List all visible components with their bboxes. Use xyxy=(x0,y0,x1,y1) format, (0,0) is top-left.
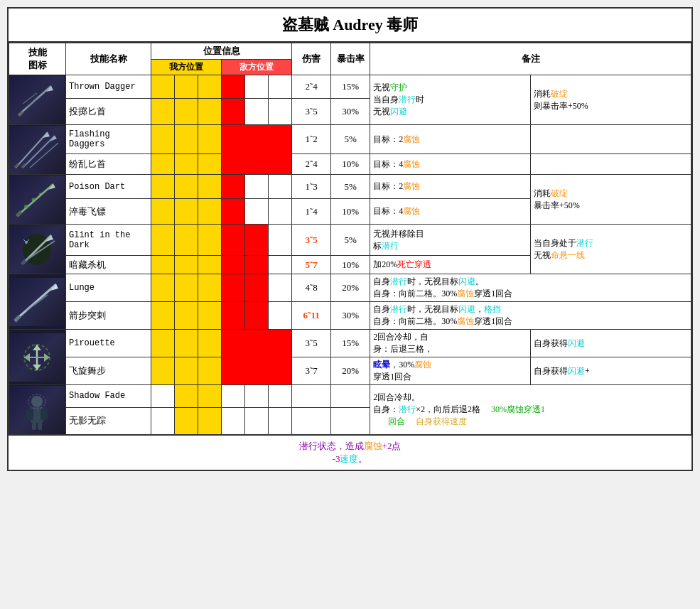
crit-fd-up: 10% xyxy=(331,154,370,175)
table-row: Flashing Daggers 群体 1˜2 5% 目标：2腐蚀 xyxy=(9,125,691,154)
pd-ally-2b xyxy=(175,199,198,225)
glint-enemy-1 xyxy=(222,225,245,256)
crit-pir-base: 15% xyxy=(331,330,370,357)
glint-ally-1 xyxy=(151,225,175,256)
table-row: Pirouette 群体 3˜5 15% 2回合冷却，自身：后退三格， 自身获得… xyxy=(9,330,691,357)
skill-en-glint: Glint in the Dark xyxy=(66,225,151,256)
pd-enemy-2 xyxy=(245,175,269,199)
lunge-ally-2b xyxy=(175,302,198,330)
lunge-ally-3b xyxy=(198,302,222,330)
header-notes: 备注 xyxy=(370,43,691,75)
damage-sf-base xyxy=(292,385,331,408)
damage-glint-up: 5˜7 xyxy=(292,256,331,274)
fd-enemy-group: 群体 xyxy=(222,125,292,175)
ally-pos-2b xyxy=(175,99,198,125)
damage-pd-up: 1˜4 xyxy=(292,199,331,225)
glint-ally-2b xyxy=(175,256,198,274)
glint-ally-1b xyxy=(151,256,175,274)
skill-icon-shadow-fade xyxy=(9,385,66,435)
note-fd-extra2 xyxy=(531,154,691,175)
header-crit: 暴击率 xyxy=(331,43,370,75)
note-glint-up: 加20%死亡穿透 xyxy=(370,256,531,274)
skill-icon-thrown-dagger xyxy=(9,75,66,125)
skill-icon-pirouette xyxy=(9,330,66,385)
pd-enemy-1b xyxy=(222,199,245,225)
note-pir-base: 2回合冷却，自身：后退三格， xyxy=(370,330,531,357)
svg-rect-41 xyxy=(41,409,48,420)
glint-enemy-3b xyxy=(269,256,292,274)
damage-fd-up: 2˜4 xyxy=(292,154,331,175)
ally-pos-3b xyxy=(198,99,222,125)
damage-glint-base: 3˜5 xyxy=(292,225,331,256)
enemy-pos-1 xyxy=(222,75,245,99)
skill-cn-flashing-daggers: 纷乱匕首 xyxy=(66,154,151,175)
damage-lunge-base: 4˜8 xyxy=(292,274,331,302)
subheader-enemy: 敌方位置 xyxy=(222,60,292,75)
note-pd-up: 目标：4腐蚀 xyxy=(370,199,531,225)
table-row: 箭步突刺 6˜11 30% 自身潜行时，无视目标闪避，格挡自身：向前二格。30%… xyxy=(9,302,691,330)
sf-ally-1b xyxy=(151,407,175,434)
lunge-enemy-2b xyxy=(245,302,269,330)
header-damage: 伤害 xyxy=(292,43,331,75)
glint-enemy-3 xyxy=(269,225,292,256)
svg-line-5 xyxy=(16,132,48,168)
enemy-pos-3b xyxy=(269,99,292,125)
note-fd-up: 目标：4腐蚀 xyxy=(370,154,531,175)
sf-ally-3 xyxy=(198,385,222,408)
fd-ally-3b xyxy=(198,154,222,175)
note-lunge-base: 自身潜行时，无视目标闪避。自身：向前二格。30%腐蚀穿透1回合 xyxy=(370,274,691,302)
table-row: Shadow Fade 2回合冷却。 自身：潜行×2，向后后退2格 30%腐蚀穿… xyxy=(9,385,691,408)
damage-fd-base: 1˜2 xyxy=(292,125,331,154)
svg-line-4 xyxy=(23,93,37,104)
table-row: Poison Dart 1˜3 5% 目标：2腐蚀 消耗破绽暴击率+50% xyxy=(9,175,691,199)
note-thrown-dagger-main: 无视守护当自身潜行时无视闪避 xyxy=(370,75,531,125)
crit-lunge-base: 20% xyxy=(331,274,370,302)
header-icon: 技能图标 xyxy=(9,43,66,75)
sf-enemy-2 xyxy=(245,385,269,408)
damage-pd-base: 1˜3 xyxy=(292,175,331,199)
svg-point-15 xyxy=(24,205,28,209)
svg-point-17 xyxy=(39,193,42,195)
crit-glint-up: 10% xyxy=(331,256,370,274)
enemy-pos-3 xyxy=(269,75,292,99)
svg-line-7 xyxy=(23,136,55,168)
fd-ally-2 xyxy=(175,125,198,154)
sf-enemy-3 xyxy=(269,385,292,408)
crit-thrown-dagger-base: 15% xyxy=(331,75,370,99)
fd-ally-1 xyxy=(151,125,175,154)
crit-pd-up: 10% xyxy=(331,199,370,225)
fd-ally-3 xyxy=(198,125,222,154)
lunge-ally-3 xyxy=(198,274,222,302)
crit-pir-up: 20% xyxy=(331,357,370,385)
fd-ally-2b xyxy=(175,154,198,175)
sf-enemy-1b xyxy=(222,407,245,434)
skill-cn-shadow-fade: 无影无踪 xyxy=(66,407,151,434)
pir-enemy-group: 群体 xyxy=(222,330,292,385)
sf-ally-2b xyxy=(175,407,198,434)
pd-enemy-1 xyxy=(222,175,245,199)
enemy-pos-2b xyxy=(245,99,269,125)
note-glint-extra: 当自身处于潜行无视命悬一线 xyxy=(531,225,691,274)
enemy-pos-2 xyxy=(245,75,269,99)
damage-thrown-dagger-up: 3˜5 xyxy=(292,99,331,125)
svg-line-26 xyxy=(16,284,56,320)
skill-icon-flashing-daggers xyxy=(9,125,66,175)
svg-rect-42 xyxy=(32,423,36,430)
crit-fd-base: 5% xyxy=(331,125,370,154)
pd-ally-1b xyxy=(151,199,175,225)
sf-enemy-3b xyxy=(269,407,292,434)
skill-cn-lunge: 箭步突刺 xyxy=(66,302,151,330)
lunge-ally-2 xyxy=(175,274,198,302)
glint-ally-2 xyxy=(175,225,198,256)
note-pd-base: 目标：2腐蚀 xyxy=(370,175,531,199)
subheader-ally: 我方位置 xyxy=(151,60,222,75)
pd-enemy-3 xyxy=(269,175,292,199)
table-row: Glint in the Dark 3˜5 5% 无视并移除目标潜行 当自身处于… xyxy=(9,225,691,256)
header-position: 位置信息 xyxy=(151,43,292,60)
table-row: 飞旋舞步 3˜7 20% 眩晕，30%腐蚀穿透1回合 自身获得闪避+ xyxy=(9,357,691,385)
pd-ally-3b xyxy=(198,199,222,225)
ally-pos-2 xyxy=(175,75,198,99)
skill-icon-poison-dart xyxy=(9,175,66,225)
lunge-enemy-3 xyxy=(269,274,292,302)
note-glint-base: 无视并移除目标潜行 xyxy=(370,225,531,256)
